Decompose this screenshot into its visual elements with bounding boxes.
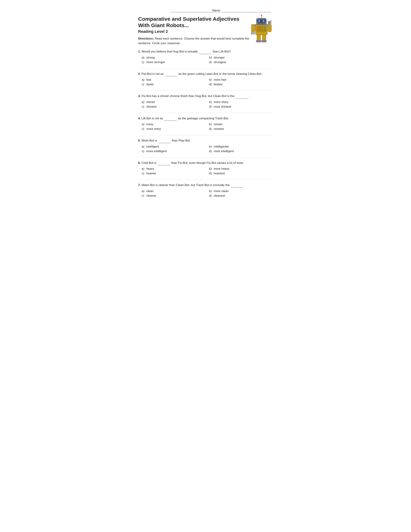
blank-field bbox=[158, 161, 170, 165]
answer-label: a) bbox=[142, 123, 145, 126]
blank-field bbox=[158, 138, 171, 143]
robot-svg bbox=[250, 14, 273, 42]
answer-text: intelligenter bbox=[214, 145, 229, 148]
answer-label: b) bbox=[209, 78, 213, 82]
question-divider bbox=[138, 113, 273, 113]
answer-item: d) heaviest bbox=[209, 172, 273, 175]
blank-field bbox=[165, 72, 177, 76]
answer-item: d) noisiest bbox=[209, 127, 273, 131]
answer-label: c) bbox=[142, 172, 145, 175]
svg-rect-17 bbox=[270, 20, 271, 25]
answer-text: shiniest bbox=[146, 105, 157, 109]
answer-item: b) more shiny bbox=[209, 100, 273, 104]
answer-label: a) bbox=[142, 100, 145, 104]
answer-item: b) intelligenter bbox=[209, 145, 273, 148]
header-section: Comparative and Superlative Adjectives W… bbox=[138, 16, 273, 45]
answer-text: fast bbox=[146, 78, 151, 82]
svg-rect-12 bbox=[251, 24, 255, 32]
answer-label: a) bbox=[142, 145, 145, 148]
answer-item: d) cleanest bbox=[209, 194, 273, 198]
answer-item: b) stronger bbox=[209, 56, 273, 59]
question-5: 5. Work-Bot is than Play-Bot.a) intellig… bbox=[138, 138, 273, 153]
question-6-answers: a) heavyb) more heavyc) heavierd) heavie… bbox=[138, 167, 273, 175]
question-2-answers: a) fastb) more fastc) fasterd) fastest bbox=[138, 78, 273, 86]
answer-item: c) faster bbox=[142, 83, 206, 86]
robot-image bbox=[250, 14, 273, 42]
answer-item: b) more heavy bbox=[209, 167, 273, 171]
answer-text: strong bbox=[146, 56, 155, 59]
answer-text: noisier bbox=[214, 123, 223, 126]
answer-item: a) fast bbox=[142, 78, 206, 82]
page: Name: bbox=[126, 0, 285, 212]
answer-text: faster bbox=[146, 83, 154, 86]
answer-label: b) bbox=[209, 123, 213, 126]
question-number: 4. bbox=[138, 117, 141, 120]
answer-text: heavy bbox=[146, 167, 154, 171]
question-number: 3. bbox=[138, 94, 141, 98]
answer-item: b) more clean bbox=[209, 190, 273, 193]
svg-point-25 bbox=[261, 15, 262, 16]
answer-item: c) more intelligent bbox=[142, 150, 206, 153]
question-5-answers: a) intelligentb) intelligenterc) more in… bbox=[138, 145, 273, 153]
answer-text: more clean bbox=[214, 190, 229, 193]
answer-item: a) strong bbox=[142, 56, 206, 59]
svg-rect-18 bbox=[257, 35, 261, 41]
question-4: 4. Lift-Bot is not as as the garbage com… bbox=[138, 116, 273, 131]
answer-label: a) bbox=[142, 78, 145, 82]
question-7: 7. Wash-Bot is cleaner than Clean-Bot, b… bbox=[138, 183, 273, 198]
answer-label: d) bbox=[209, 172, 213, 175]
answer-item: d) fastest bbox=[209, 83, 273, 86]
answer-label: a) bbox=[142, 56, 145, 59]
answer-item: c) heavier bbox=[142, 172, 206, 175]
svg-point-9 bbox=[264, 27, 265, 28]
answer-text: more heavy bbox=[214, 167, 230, 171]
answer-label: d) bbox=[209, 60, 213, 64]
answer-label: b) bbox=[209, 56, 213, 59]
answer-item: b) more fast bbox=[209, 78, 273, 82]
page-title: Comparative and Superlative Adjectives W… bbox=[138, 16, 248, 28]
answer-item: c) cleaner bbox=[142, 194, 206, 198]
directions-text: Read each sentence. Choose the answer th… bbox=[138, 37, 249, 45]
answer-text: fastest bbox=[214, 83, 223, 86]
question-5-text: 5. Work-Bot is than Play-Bot. bbox=[138, 138, 273, 143]
answer-label: d) bbox=[209, 127, 213, 131]
svg-rect-16 bbox=[268, 21, 270, 24]
svg-point-8 bbox=[262, 27, 263, 28]
question-7-text: 7. Wash-Bot is cleaner than Clean-Bot, b… bbox=[138, 183, 273, 188]
svg-rect-21 bbox=[262, 40, 266, 42]
question-divider bbox=[138, 135, 273, 135]
answer-text: clean bbox=[146, 190, 154, 193]
answer-label: b) bbox=[209, 167, 213, 171]
svg-rect-14 bbox=[253, 32, 254, 35]
question-4-answers: a) noisyb) noisierc) more noisyd) noisie… bbox=[138, 123, 273, 131]
svg-point-4 bbox=[262, 20, 264, 22]
answer-text: noisy bbox=[146, 123, 153, 126]
answer-text: more fast bbox=[214, 78, 226, 82]
question-1: 1. Would you believe that Hug-Bot is act… bbox=[138, 49, 273, 64]
answer-item: a) noisy bbox=[142, 123, 206, 126]
question-number: 1. bbox=[138, 50, 141, 53]
name-line: Name: bbox=[138, 9, 273, 12]
name-field[interactable] bbox=[222, 9, 271, 12]
answer-label: c) bbox=[142, 127, 145, 131]
blank-field bbox=[236, 94, 248, 99]
answer-text: intelligent bbox=[146, 145, 159, 148]
question-number: 2. bbox=[138, 72, 141, 76]
svg-point-3 bbox=[258, 20, 260, 22]
question-3-text: 3. Fix-Bot has a shinier chrome finish t… bbox=[138, 94, 273, 99]
blank-field bbox=[199, 49, 211, 54]
svg-rect-5 bbox=[258, 23, 265, 24]
question-6: 6. Chef-Bot is than Fix-Bot, even though… bbox=[138, 161, 273, 175]
answer-text: noisiest bbox=[214, 127, 224, 131]
question-6-text: 6. Chef-Bot is than Fix-Bot, even though… bbox=[138, 161, 273, 165]
svg-rect-13 bbox=[251, 32, 252, 35]
answer-text: more stronger bbox=[146, 60, 165, 64]
answer-text: more shiny bbox=[214, 100, 228, 104]
answer-label: b) bbox=[209, 100, 213, 104]
svg-rect-15 bbox=[268, 24, 271, 32]
svg-rect-20 bbox=[256, 40, 261, 42]
answer-text: cleaner bbox=[146, 194, 156, 198]
answer-text: cleanest bbox=[214, 194, 225, 198]
svg-point-7 bbox=[259, 27, 260, 28]
question-1-text: 1. Would you believe that Hug-Bot is act… bbox=[138, 49, 273, 54]
